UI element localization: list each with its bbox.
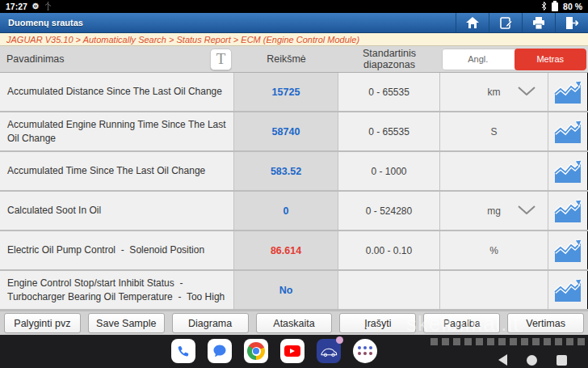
param-name: Accumulated Engine Running Time Since Th… — [0, 112, 234, 150]
param-name: Accumulated Distance Since The Last Oil … — [0, 73, 234, 111]
line-chart-icon — [554, 120, 582, 144]
param-value: 583.52 — [234, 152, 338, 190]
function-button-bar: Palyginti pvz Save Sample Diagrama Atask… — [0, 311, 588, 335]
chart-button[interactable] — [548, 152, 587, 190]
param-name: Engine Control Stop/start Inhibit Status… — [0, 271, 234, 309]
notification-dot — [336, 336, 343, 344]
save-sample-button[interactable]: Save Sample — [88, 313, 165, 333]
unit-dropdown[interactable]: km — [440, 73, 548, 111]
help-button[interactable]: Pagalba — [423, 313, 500, 333]
diagram-button[interactable]: Diagrama — [172, 313, 249, 333]
unit-cell: % — [440, 231, 548, 269]
table-row: Accumulated Time Since The Last Oil Chan… — [0, 152, 588, 192]
param-value: No — [234, 271, 338, 309]
chart-button[interactable] — [548, 112, 587, 150]
param-range: 0 - 524280 — [338, 192, 440, 230]
unit-label: % — [489, 245, 498, 256]
param-value: 58740 — [234, 112, 338, 150]
back-key-icon[interactable] — [498, 354, 507, 366]
chevron-down-icon — [518, 87, 536, 98]
compare-sample-button[interactable]: Palyginti pvz — [4, 313, 81, 333]
youtube-app-icon[interactable] — [280, 339, 304, 363]
unit-toggle-metric[interactable]: Metras — [514, 49, 587, 70]
param-name: Calculated Soot In Oil — [0, 192, 234, 230]
diagnostic-app-icon[interactable] — [317, 339, 341, 363]
bluetooth-icon — [541, 2, 547, 12]
record-button[interactable]: Įrašyti — [339, 313, 416, 333]
battery-icon — [552, 2, 558, 11]
android-status-bar: 17:27 ⚙ 80 % — [0, 0, 588, 13]
recents-key-icon[interactable] — [556, 355, 567, 366]
table-row: Calculated Soot In Oil 0 0 - 524280 mg — [0, 192, 588, 231]
app-drawer-icon[interactable] — [353, 339, 377, 363]
line-chart-icon — [554, 278, 582, 302]
page-title: Duomenų srautas — [0, 18, 83, 27]
param-name: Electric Oil Pump Control - Solenoid Pos… — [0, 231, 234, 269]
chart-button[interactable] — [548, 231, 587, 269]
report-button[interactable] — [489, 13, 522, 32]
line-chart-icon — [554, 159, 582, 184]
table-row: Accumulated Distance Since The Last Oil … — [0, 73, 588, 112]
line-chart-icon — [554, 199, 582, 223]
unit-toggle-english[interactable]: Angl. — [442, 49, 514, 70]
chevron-down-icon — [518, 205, 536, 217]
param-value: 86.614 — [234, 231, 338, 269]
home-key-icon[interactable] — [527, 355, 537, 366]
text-mode-button[interactable]: T — [210, 49, 232, 70]
chrome-app-icon[interactable] — [244, 339, 268, 363]
app-toolbar: Duomenų srautas — [0, 13, 588, 33]
table-header: Pavadinimas T Reikšmė Standartinis diapa… — [0, 46, 588, 73]
exit-button[interactable] — [555, 13, 588, 32]
app-dock — [171, 339, 377, 363]
table-row: Engine Control Stop/start Inhibit Status… — [0, 271, 588, 311]
home-button[interactable] — [456, 13, 489, 32]
chart-button[interactable] — [548, 271, 587, 309]
messages-app-icon[interactable] — [208, 339, 232, 363]
param-value: 0 — [234, 192, 338, 230]
param-value: 15725 — [234, 73, 338, 111]
android-nav-bar — [0, 335, 588, 368]
unit-label: km — [488, 87, 501, 98]
printer-icon — [532, 17, 545, 29]
line-chart-icon — [554, 80, 582, 104]
unit-dropdown[interactable]: mg — [440, 192, 548, 230]
settings-gear-icon: ⚙ — [32, 2, 40, 11]
home-icon — [466, 17, 479, 28]
line-chart-icon — [554, 239, 582, 263]
unit-label: mg — [487, 205, 501, 217]
unit-cell: S — [440, 112, 548, 150]
param-range: 0 - 1000 — [338, 152, 440, 190]
unit-cell — [440, 271, 548, 309]
table-row: Accumulated Engine Running Time Since Th… — [0, 112, 588, 152]
usb-status-icon — [44, 2, 52, 12]
table-row: Electric Oil Pump Control - Solenoid Pos… — [0, 231, 588, 271]
report-button-bottom[interactable]: Ataskaita — [256, 313, 333, 333]
param-range: 0 - 65535 — [338, 73, 440, 111]
chart-button[interactable] — [548, 192, 587, 230]
battery-percent: 80 % — [563, 2, 582, 11]
nav-keys — [498, 354, 567, 366]
unit-cell — [440, 152, 548, 190]
unit-label: S — [490, 126, 497, 137]
breadcrumb: JAGUAR V35.10 > Automatically Search > S… — [0, 33, 588, 46]
param-range — [338, 271, 440, 309]
clock: 17:27 — [6, 2, 27, 11]
param-range: 0 - 65535 — [338, 112, 440, 150]
column-header-range: Standartinis diapazonas — [338, 48, 440, 70]
edit-note-icon — [500, 17, 512, 29]
chart-button[interactable] — [548, 73, 587, 111]
print-button[interactable] — [522, 13, 555, 32]
phone-app-icon[interactable] — [171, 339, 195, 363]
column-header-name: Pavadinimas — [6, 53, 65, 65]
param-range: 0.00 - 0.10 — [338, 231, 440, 269]
column-header-value: Reikšmė — [234, 53, 338, 65]
unit-toggle: Angl. Metras — [442, 49, 586, 70]
translate-button[interactable]: Vertimas — [507, 313, 584, 333]
param-name: Accumulated Time Since The Last Oil Chan… — [0, 152, 234, 190]
data-stream-table: Accumulated Distance Since The Last Oil … — [0, 73, 588, 311]
exit-door-icon — [565, 17, 578, 29]
